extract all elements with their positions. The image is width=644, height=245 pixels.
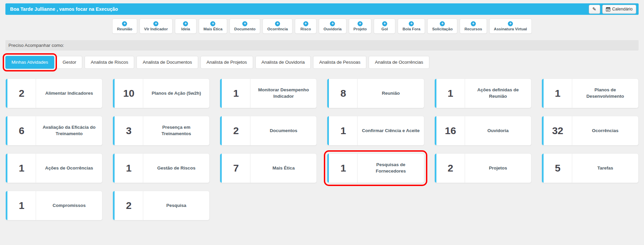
activity-label: Presença em Treinamentos bbox=[143, 116, 209, 145]
activity-label: Compromissos bbox=[36, 191, 102, 220]
activity-label: Reunião bbox=[358, 79, 424, 108]
activity-label: Ouvidoria bbox=[465, 116, 531, 145]
role-tab-label: Analista de Riscos bbox=[91, 60, 128, 65]
role-tab[interactable]: Analista de Riscos bbox=[85, 56, 134, 69]
activity-count: 2 bbox=[7, 79, 36, 108]
activity-card[interactable]: 5 Tarefas bbox=[542, 153, 639, 183]
plus-circle-icon: + bbox=[210, 21, 215, 26]
quick-action-label: Assinatura Virtual bbox=[494, 27, 527, 31]
role-tab[interactable]: Gestor bbox=[57, 56, 83, 69]
quick-action-label: Documento bbox=[234, 27, 255, 31]
pen-button[interactable]: ✎ bbox=[589, 5, 600, 14]
role-tab-label: Analista de Projetos bbox=[207, 60, 247, 65]
quick-action-button[interactable]: + Assinatura Virtual bbox=[489, 19, 532, 34]
activity-label: Gestão de Riscos bbox=[143, 154, 209, 183]
plus-circle-icon: + bbox=[242, 21, 247, 26]
activity-card[interactable]: 1 Confirmar Ciência e Aceite bbox=[327, 116, 424, 146]
activity-card[interactable]: 32 Ocorrências bbox=[542, 116, 639, 146]
greeting-bar: Boa Tarde Jullianne , vamos focar na Exe… bbox=[5, 3, 639, 15]
activity-count: 1 bbox=[222, 79, 250, 108]
pen-icon: ✎ bbox=[592, 7, 596, 11]
activity-label: Projetos bbox=[465, 154, 531, 183]
plus-circle-icon: + bbox=[358, 21, 363, 26]
quick-action-button[interactable]: + Projeto bbox=[349, 19, 372, 34]
calendar-icon bbox=[606, 7, 610, 11]
activity-card[interactable]: 3 Presença em Treinamentos bbox=[113, 116, 210, 146]
activity-card[interactable]: 8 Reunião bbox=[327, 79, 424, 108]
calendar-button[interactable]: Calendário bbox=[602, 5, 636, 14]
activity-label: Pesquisa bbox=[143, 191, 209, 220]
quick-action-button[interactable]: + Reunião bbox=[112, 19, 137, 34]
activity-card[interactable]: 2 Alimentar Indicadores bbox=[5, 79, 102, 108]
activity-count: 16 bbox=[436, 116, 465, 145]
plus-circle-icon: + bbox=[153, 21, 158, 26]
quick-action-button[interactable]: + Bola Fora bbox=[398, 19, 425, 34]
activity-label: Ocorrências bbox=[572, 116, 638, 145]
activity-card[interactable]: 1 Planos de Desenvolvimento bbox=[542, 79, 639, 108]
role-tab[interactable]: Analista de Documentos bbox=[136, 56, 198, 69]
activity-card[interactable]: 2 Projetos bbox=[434, 153, 531, 183]
activity-count: 32 bbox=[544, 116, 572, 145]
activity-card[interactable]: 10 Planos de Ação (5w2h) bbox=[113, 79, 210, 108]
plus-circle-icon: + bbox=[303, 21, 308, 26]
activity-count: 1 bbox=[436, 79, 465, 108]
quick-action-label: Risco bbox=[300, 27, 312, 31]
quick-action-button[interactable]: + Mais Ética bbox=[199, 19, 227, 34]
plus-circle-icon: + bbox=[183, 21, 188, 26]
quick-action-label: Recursos bbox=[464, 27, 482, 31]
activity-label: Alimentar Indicadores bbox=[36, 79, 102, 108]
activity-label: Ações definidas de Reunião bbox=[465, 79, 531, 108]
role-tab[interactable]: Analista de Ouvidoria bbox=[255, 56, 311, 69]
quick-action-button[interactable]: + Documento bbox=[229, 19, 260, 34]
activity-card[interactable]: 1 Pesquisas de Fornecedores bbox=[327, 153, 424, 183]
quick-action-button[interactable]: + Vlr Indicador bbox=[140, 19, 173, 34]
quick-action-button[interactable]: + Gol bbox=[374, 19, 395, 34]
activity-label: Tarefas bbox=[572, 154, 638, 183]
activity-count: 7 bbox=[222, 154, 250, 183]
topbar-actions: ✎ Calendário bbox=[589, 5, 639, 14]
activity-label: Avaliação da Eficácia do Treinamento bbox=[36, 116, 102, 145]
quick-action-button[interactable]: + Ideia bbox=[175, 19, 196, 34]
activity-card[interactable]: 16 Ouvidoria bbox=[434, 116, 531, 146]
quick-action-label: Ocorrência bbox=[267, 27, 288, 31]
role-tab-label: Analista de Ocorrências bbox=[375, 60, 423, 65]
tabs-row: Minhas Atividades Gestor Analista de Ris… bbox=[5, 56, 639, 69]
plus-circle-icon: + bbox=[409, 21, 414, 26]
quick-action-label: Vlr Indicador bbox=[144, 27, 168, 31]
role-tab[interactable]: Analista de Ocorrências bbox=[369, 56, 429, 69]
activity-card[interactable]: 1 Monitorar Desempenho Indicador bbox=[220, 79, 317, 108]
role-tab[interactable]: Analista de Pessoas bbox=[313, 56, 366, 69]
role-tab-label: Analista de Ouvidoria bbox=[262, 60, 305, 65]
plus-circle-icon: + bbox=[330, 21, 335, 26]
activity-count: 6 bbox=[7, 116, 36, 145]
role-tab[interactable]: Minhas Atividades bbox=[5, 56, 54, 69]
activity-count: 2 bbox=[222, 116, 250, 145]
quick-action-button[interactable]: + Risco bbox=[295, 19, 316, 34]
activity-label: Pesquisas de Fornecedores bbox=[358, 154, 424, 183]
quick-action-button[interactable]: + Recursos bbox=[460, 19, 487, 34]
activity-count: 5 bbox=[544, 154, 572, 183]
activity-card[interactable]: 6 Avaliação da Eficácia do Treinamento bbox=[5, 116, 102, 146]
role-tab[interactable]: Analista de Projetos bbox=[201, 56, 253, 69]
activity-label: Monitorar Desempenho Indicador bbox=[250, 79, 316, 108]
quick-action-button[interactable]: + Ouvidoria bbox=[319, 19, 346, 34]
activity-card[interactable]: 7 Mais Ética bbox=[220, 153, 317, 183]
plus-circle-icon: + bbox=[508, 21, 513, 26]
quick-action-label: Bola Fora bbox=[402, 27, 420, 31]
activity-card[interactable]: 1 Ações definidas de Reunião bbox=[434, 79, 531, 108]
activity-card[interactable]: 1 Compromissos bbox=[5, 191, 102, 220]
filter-bar: Preciso Acompanhar como: bbox=[5, 40, 639, 51]
activity-card[interactable]: 1 Ações de Ocorrências bbox=[5, 153, 102, 183]
quick-action-label: Solicitação bbox=[432, 27, 453, 31]
activity-count: 1 bbox=[329, 116, 358, 145]
activity-card[interactable]: 2 Documentos bbox=[220, 116, 317, 146]
activity-label: Mais Ética bbox=[250, 154, 316, 183]
activity-card[interactable]: 1 Gestão de Riscos bbox=[113, 153, 210, 183]
activity-count: 2 bbox=[115, 191, 143, 220]
plus-circle-icon: + bbox=[440, 21, 445, 26]
plus-circle-icon: + bbox=[275, 21, 280, 26]
activity-card[interactable]: 2 Pesquisa bbox=[113, 191, 210, 220]
greeting-text: Boa Tarde Jullianne , vamos focar na Exe… bbox=[5, 6, 118, 12]
quick-action-button[interactable]: + Solicitação bbox=[427, 19, 457, 34]
quick-action-button[interactable]: + Ocorrência bbox=[263, 19, 293, 34]
